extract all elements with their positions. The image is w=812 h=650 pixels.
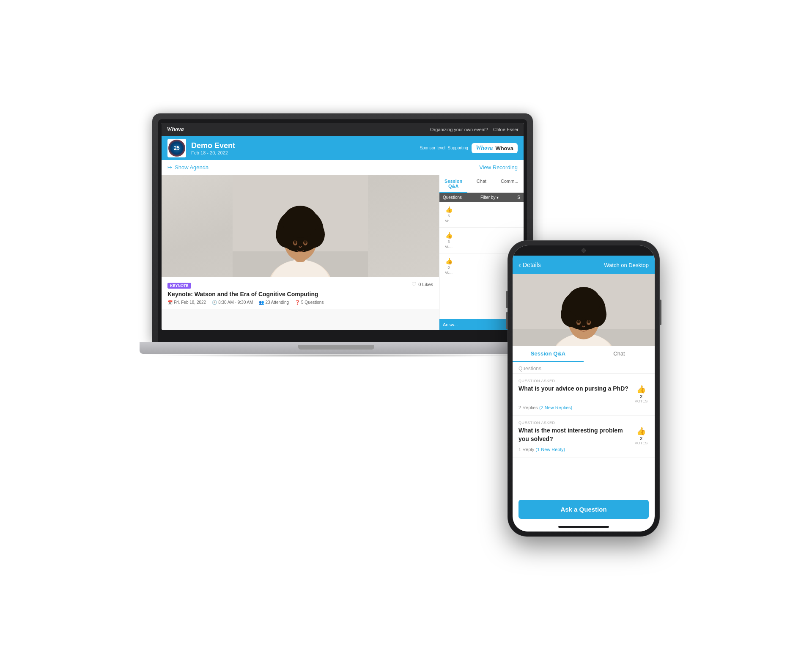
heart-icon: ♡ <box>411 281 417 287</box>
likes-count: 0 Likes <box>418 282 433 287</box>
qa-asked-label-2: QUESTION ASKED <box>518 421 649 425</box>
calendar-icon: 📅 <box>167 300 173 305</box>
qa-question-text-1: What is your advice on pursing a PhD? <box>518 385 630 393</box>
phone-tabs: Session Q&A Chat <box>513 346 655 362</box>
session-info-panel: Keynote ♡ 0 Likes Keynote: Watson and th… <box>162 277 439 309</box>
people-icon: 👥 <box>259 300 264 305</box>
laptop: Whova Organizing your own event? Chloe E… <box>152 113 533 359</box>
svg-point-23 <box>567 287 601 317</box>
qa-item-1: 👍 5 Vo... <box>439 202 524 228</box>
event-info: Demo Event Feb 18 - 20, 2022 <box>191 141 414 155</box>
qa-filter-bar: Questions Filter by ▾ S <box>439 193 524 202</box>
video-area <box>162 175 439 277</box>
laptop-screen: Whova Organizing your own event? Chloe E… <box>162 123 524 330</box>
svg-point-13 <box>304 240 307 244</box>
svg-point-26 <box>577 320 580 323</box>
vote-box-2[interactable]: 👍 3 Vo... <box>443 232 455 249</box>
back-button[interactable]: ‹ Details <box>518 261 541 270</box>
phone-thumb-icon-1: 👍 <box>636 385 646 394</box>
laptop-content: ↦ Show Agenda View Recording <box>162 160 524 330</box>
organizing-link[interactable]: Organizing your own event? <box>430 127 488 132</box>
filter-by-button[interactable]: Filter by ▾ <box>480 195 499 200</box>
phone-home-indicator <box>513 522 655 532</box>
phone-nav: ‹ Details Watch on Desktop <box>513 256 655 274</box>
watch-desktop-button[interactable]: Watch on Desktop <box>604 262 649 268</box>
svg-point-12 <box>294 240 296 244</box>
video-panel: Keynote ♡ 0 Likes Keynote: Watson and th… <box>162 175 439 330</box>
sponsor-whova: Sponsor level: Supporting Whova Whova <box>420 143 518 153</box>
event-logo-inner: 25 <box>168 140 185 157</box>
show-agenda-label: Show Agenda <box>175 164 208 171</box>
vote-box-1[interactable]: 👍 5 Vo... <box>443 206 455 223</box>
speaker-svg <box>233 175 368 277</box>
view-recording-button[interactable]: View Recording <box>479 164 518 171</box>
vote-count-1: 5 <box>447 214 450 218</box>
tab-session-qa[interactable]: Session Q&A <box>439 175 467 193</box>
laptop-event-header: 25 Demo Event Feb 18 - 20, 2022 Sponsor … <box>162 136 524 160</box>
event-date: Feb 18 - 20, 2022 <box>191 150 414 155</box>
ask-question-button[interactable]: Ask a Question <box>518 500 649 519</box>
qa-asked-label-1: QUESTION ASKED <box>518 379 649 383</box>
thumb-icon-1: 👍 <box>445 206 453 213</box>
whova-badge-logo: Whova <box>476 145 493 151</box>
phone-thumb-icon-2: 👍 <box>636 427 646 436</box>
phone: ‹ Details Watch on Desktop <box>508 240 660 537</box>
whova-badge-text: Whova <box>495 145 513 151</box>
thumb-icon-2: 👍 <box>445 232 453 239</box>
sponsor-label: Sponsor level: Supporting <box>420 146 468 151</box>
event-logo: 25 <box>167 139 186 157</box>
svg-point-9 <box>283 206 318 238</box>
phone-volume-up-button <box>506 291 508 308</box>
phone-vote-count-2: 2 <box>640 436 642 441</box>
tab-chat[interactable]: Chat <box>467 175 495 192</box>
main-split: Keynote ♡ 0 Likes Keynote: Watson and th… <box>162 175 524 330</box>
answer-label: Answ... <box>443 322 458 327</box>
vote-count-2: 3 <box>447 240 450 244</box>
phone-power-button <box>660 300 661 325</box>
show-agenda-button[interactable]: ↦ Show Agenda <box>167 164 208 171</box>
laptop-top-bar: Whova Organizing your own event? Chloe E… <box>162 123 524 136</box>
tab-community[interactable]: Comm... <box>496 175 524 192</box>
thumb-icon-3: 👍 <box>445 258 453 264</box>
vote-box-3[interactable]: 👍 0 Vo... <box>443 258 455 275</box>
phone-video-area <box>513 274 655 346</box>
laptop-base <box>140 342 533 354</box>
phone-volume-down-button <box>506 312 508 329</box>
whova-badge: Whova Whova <box>472 143 518 153</box>
phone-vote-box-2[interactable]: 👍 2 VOTES <box>634 427 649 445</box>
chevron-down-icon: ▾ <box>497 195 499 200</box>
session-badge-row: Keynote ♡ 0 Likes <box>167 281 433 291</box>
phone-vote-box-1[interactable]: 👍 2 VOTES <box>634 385 649 403</box>
qa-replies-1: 2 Replies (2 New Replies) <box>518 405 649 410</box>
phone-vote-count-1: 2 <box>640 394 642 399</box>
user-name: Chloe Esser <box>493 127 518 132</box>
phone-speaker-svg <box>513 274 655 346</box>
phone-outer: ‹ Details Watch on Desktop <box>508 240 660 537</box>
whova-top-logo: Whova <box>167 126 184 133</box>
laptop-shadow <box>156 354 529 357</box>
event-name: Demo Event <box>191 141 414 150</box>
phone-tab-session-qa[interactable]: Session Q&A <box>513 346 584 362</box>
meta-date: 📅 Fri. Feb 18, 2022 <box>167 300 206 305</box>
qa-new-replies-1: (2 New Replies) <box>539 405 572 410</box>
session-title: Keynote: Watson and the Era of Cognitive… <box>167 291 433 297</box>
vote-count-3: 0 <box>447 265 450 270</box>
action-bar: ↦ Show Agenda View Recording <box>162 160 524 175</box>
filter-questions-label: Questions <box>443 195 462 200</box>
likes-row[interactable]: ♡ 0 Likes <box>411 281 433 287</box>
back-chevron-icon: ‹ <box>518 261 521 270</box>
phone-tab-chat[interactable]: Chat <box>584 346 655 362</box>
phone-qa-content: Questions QUESTION ASKED What is your ad… <box>513 362 655 496</box>
clock-icon: 🕗 <box>212 300 217 305</box>
notch-camera <box>582 248 586 253</box>
phone-qa-item-1: QUESTION ASKED What is your advice on pu… <box>513 374 655 416</box>
qa-new-replies-2: (1 New Reply) <box>535 447 565 452</box>
vote-label-2: Vo... <box>445 245 453 249</box>
qa-tabs: Session Q&A Chat Comm... <box>439 175 524 193</box>
laptop-outer: Whova Organizing your own event? Chloe E… <box>152 113 533 342</box>
phone-notch <box>513 245 655 256</box>
filter-extra: S <box>517 195 520 200</box>
meta-questions: ❓ 5 Questions <box>295 300 324 305</box>
qa-replies-2: 1 Reply (1 New Reply) <box>518 447 649 452</box>
vote-label-3: Vo... <box>445 270 453 275</box>
